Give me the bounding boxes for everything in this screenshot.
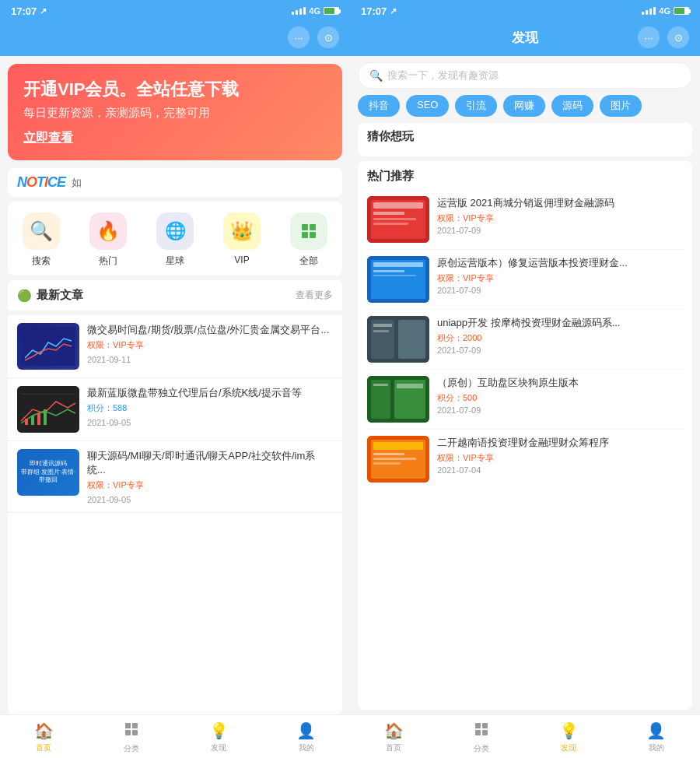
- star-nav-icon: 🌐: [156, 212, 194, 250]
- article-date-1: 2021-09-11: [87, 355, 333, 364]
- latest-icon: 🟢: [17, 289, 32, 303]
- tag-yuanma[interactable]: 源码: [551, 95, 593, 117]
- discover-info-4: （原创）互助盘区块狗原生版本 积分：500 2021-07-09: [437, 376, 683, 415]
- right-nav-discover[interactable]: 💡 发现: [525, 721, 613, 753]
- discover-item[interactable]: 运营版 2021商城分销返佣理财金融源码 权限：VIP专享 2021-07-09: [367, 190, 683, 250]
- article-title-1: 微交易时间盘/期货/股票/点位盘/外汇贵金属交易平台...: [87, 323, 333, 337]
- discover-icon: 💡: [209, 721, 229, 740]
- search-nav-item[interactable]: 🔍 搜索: [23, 212, 60, 268]
- right-nav-category[interactable]: 分类: [438, 721, 526, 753]
- svg-rect-28: [398, 320, 425, 359]
- discover-thumb-2: [367, 256, 429, 303]
- discover-item[interactable]: （原创）互助盘区块狗原生版本 积分：500 2021-07-09: [367, 370, 683, 430]
- left-battery: [324, 7, 339, 15]
- right-more-button[interactable]: ···: [638, 26, 660, 48]
- left-nav-category[interactable]: 分类: [88, 721, 176, 753]
- discover-info-3: uniapp开发 按摩椅投资理财金融源码系... 积分：2000 2021-07…: [437, 316, 683, 355]
- right-nav-mine[interactable]: 👤 我的: [613, 721, 701, 753]
- left-nav-home[interactable]: 🏠 首页: [0, 721, 88, 753]
- guess-section: 猜你想玩: [358, 123, 692, 156]
- hot-title: 热门推荐: [367, 169, 683, 184]
- icon-row: 🔍 搜索 🔥 热门 🌐 星球 👑 VIP 全部: [8, 202, 342, 275]
- svg-rect-30: [373, 330, 389, 332]
- discover-item[interactable]: 原创运营版本）修复运营版本投资理财金... 权限：VIP专享 2021-07-0…: [367, 250, 683, 310]
- discover-meta-3: 积分：2000: [437, 332, 683, 344]
- guess-title: 猜你想玩: [367, 129, 683, 144]
- left-scan-button[interactable]: ⊙: [317, 26, 339, 48]
- article-item[interactable]: 最新蓝版微盘带独立代理后台/系统K线/提示音等 积分：588 2021-09-0…: [8, 378, 342, 441]
- right-arrow-icon: ↗: [390, 6, 397, 16]
- discover-header-title: 发现: [512, 29, 538, 47]
- category-label: 分类: [124, 743, 139, 754]
- discover-item[interactable]: uniapp开发 按摩椅投资理财金融源码系... 积分：2000 2021-07…: [367, 310, 683, 370]
- right-time: 17:07: [361, 5, 387, 17]
- svg-rect-43: [482, 723, 488, 728]
- vip-banner-link[interactable]: 立即查看: [23, 130, 73, 146]
- search-nav-icon: 🔍: [23, 212, 60, 250]
- vip-nav-icon: 👑: [223, 212, 261, 250]
- svg-rect-41: [373, 462, 401, 465]
- left-signal: [292, 7, 306, 15]
- all-nav-icon: [290, 212, 327, 250]
- right-mine-label: 我的: [649, 742, 664, 753]
- discover-date-3: 2021-07-09: [437, 346, 683, 355]
- right-scan-button[interactable]: ⊙: [667, 26, 689, 48]
- article-thumb-2: [17, 386, 79, 433]
- right-category-icon: [474, 721, 489, 741]
- left-header: ··· ⊙: [0, 22, 350, 56]
- article-meta-3: 权限：VIP专享: [87, 479, 333, 491]
- vip-banner[interactable]: 开通VIP会员。全站任意下载 每日更新资源，亲测源码，完整可用 立即查看: [8, 64, 342, 160]
- svg-rect-29: [373, 324, 392, 327]
- right-status-bar: 17:07 ↗ 4G: [350, 0, 700, 22]
- discover-thumb-5: [367, 436, 429, 483]
- discover-date-1: 2021-07-09: [437, 226, 683, 235]
- left-nav-mine[interactable]: 👤 我的: [263, 721, 351, 753]
- svg-rect-3: [310, 232, 316, 238]
- search-bar[interactable]: 🔍 搜索一下，发现有趣资源: [358, 62, 692, 89]
- article-item[interactable]: 微交易时间盘/期货/股票/点位盘/外汇贵金属交易平台... 权限：VIP专享 2…: [8, 315, 342, 378]
- svg-rect-9: [37, 413, 40, 425]
- svg-rect-1: [310, 224, 316, 230]
- discover-meta-1: 权限：VIP专享: [437, 212, 683, 224]
- mine-icon: 👤: [296, 721, 316, 740]
- svg-rect-20: [373, 223, 408, 225]
- tag-tupian[interactable]: 图片: [600, 95, 642, 117]
- article-content-2: 最新蓝版微盘带独立代理后台/系统K线/提示音等 积分：588 2021-09-0…: [87, 386, 333, 433]
- left-status-bar: 17:07 ↗ 4G: [0, 0, 350, 22]
- all-nav-label: 全部: [299, 254, 318, 268]
- article-date-2: 2021-09-05: [87, 418, 333, 427]
- svg-rect-14: [132, 730, 138, 735]
- left-more-button[interactable]: ···: [288, 26, 310, 48]
- svg-rect-7: [25, 419, 28, 425]
- latest-more[interactable]: 查看更多: [296, 289, 333, 302]
- svg-rect-44: [475, 730, 481, 735]
- discover-info-5: 二开越南语投资理财金融理财众筹程序 权限：VIP专享 2021-07-04: [437, 436, 683, 475]
- svg-rect-39: [373, 453, 404, 455]
- svg-rect-4: [21, 327, 75, 366]
- tag-douyin[interactable]: 抖音: [358, 95, 400, 117]
- right-category-label: 分类: [474, 743, 489, 754]
- article-item[interactable]: 即时通讯源码带群组·发图片·表情·带撤回 聊天源码/MI聊天/即时通讯/聊天AP…: [8, 441, 342, 513]
- left-nav-discover[interactable]: 💡 发现: [175, 721, 263, 753]
- svg-rect-19: [373, 218, 416, 220]
- hot-section: 热门推荐 运营版 2021商城分销返佣理财金融源码 权限：VIP专享: [358, 161, 692, 710]
- svg-rect-23: [373, 262, 423, 267]
- vip-nav-item[interactable]: 👑 VIP: [223, 212, 261, 268]
- discover-info-2: 原创运营版本）修复运营版本投资理财金... 权限：VIP专享 2021-07-0…: [437, 256, 683, 295]
- right-nav-home[interactable]: 🏠 首页: [350, 721, 438, 753]
- hot-nav-item[interactable]: 🔥 热门: [89, 212, 127, 268]
- discover-item[interactable]: 二开越南语投资理财金融理财众筹程序 权限：VIP专享 2021-07-04: [367, 430, 683, 489]
- article-title-3: 聊天源码/MI聊天/即时通讯/聊天APP/社交软件/im系统...: [87, 449, 333, 477]
- all-nav-item[interactable]: 全部: [290, 212, 327, 268]
- tag-yiliu[interactable]: 引流: [455, 95, 497, 117]
- svg-rect-11: [125, 723, 131, 728]
- tag-seo[interactable]: SEO: [406, 95, 449, 117]
- svg-rect-38: [373, 442, 423, 450]
- tag-wangzhuan[interactable]: 网赚: [503, 95, 545, 117]
- discover-meta-4: 积分：500: [437, 392, 683, 404]
- article-list: 微交易时间盘/期货/股票/点位盘/外汇贵金属交易平台... 权限：VIP专享 2…: [8, 315, 342, 714]
- star-nav-item[interactable]: 🌐 星球: [156, 212, 194, 268]
- svg-rect-40: [373, 458, 416, 460]
- svg-rect-42: [475, 723, 481, 728]
- vip-nav-label: VIP: [234, 254, 249, 265]
